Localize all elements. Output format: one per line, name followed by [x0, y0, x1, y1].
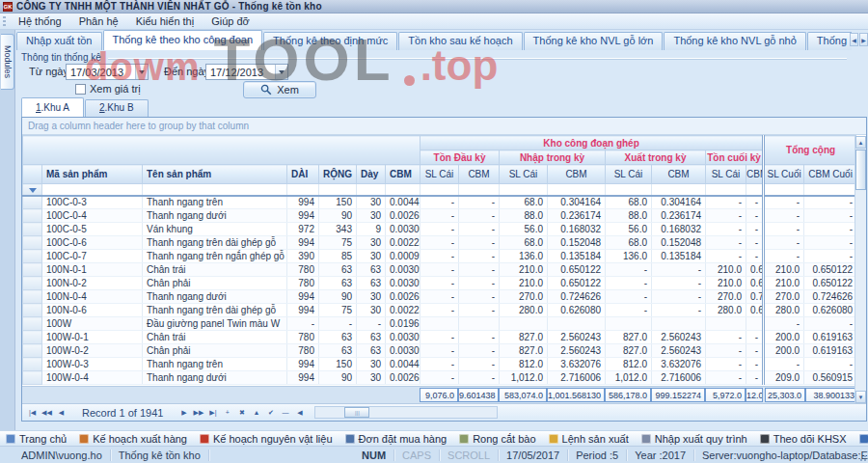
- col-day[interactable]: Dày: [357, 165, 386, 184]
- main-tab-4[interactable]: Thống kê kho NVL gỗ lớn: [524, 32, 664, 50]
- col-sl-cai[interactable]: SL Cái: [606, 165, 652, 184]
- nav-collapse-button[interactable]: ◀: [292, 406, 307, 419]
- col-dai[interactable]: DÀI: [287, 165, 319, 184]
- col-ten-san-pham[interactable]: Tên sản phẩm: [143, 165, 287, 184]
- menu-item-3[interactable]: Giúp đỡ: [203, 14, 258, 28]
- subtab-0[interactable]: 1.Khu A: [21, 97, 84, 117]
- nav-next-button[interactable]: ▶: [176, 406, 191, 419]
- main-tab-0[interactable]: Nhập xuất tồn: [16, 32, 102, 50]
- main-tab-1[interactable]: Thống kê theo kho công đoạn: [103, 30, 263, 50]
- group-by-hint[interactable]: Drag a column header here to group by th…: [22, 118, 866, 135]
- vertical-scrollbar-thumb[interactable]: [855, 150, 866, 190]
- band-ton-dau-ky[interactable]: Tồn Đầu kỳ: [420, 150, 500, 165]
- toolbar-item-8[interactable]: Dự kiến đặt hàng: [859, 433, 868, 445]
- band-kho-cong-doan-ghep[interactable]: Kho công đoạn ghép: [420, 136, 764, 150]
- col-cbm-sub[interactable]: CBM: [548, 165, 606, 184]
- col-sl-cai[interactable]: SL Cái: [500, 165, 548, 184]
- cell: 0.650: [746, 277, 764, 290]
- col-cbm[interactable]: CBM: [386, 165, 420, 184]
- col-cbm-cuoi[interactable]: CBM Cuối: [804, 165, 856, 184]
- col-cbm-sub[interactable]: CBM: [652, 165, 706, 184]
- table-row[interactable]: 100C-0-6Thanh ngang trên dài ghép gỗ9947…: [23, 236, 857, 250]
- table-row[interactable]: 100N-0-2Chân phải78063630.003096--210.00…: [23, 277, 857, 290]
- horizontal-scrollbar[interactable]: |||: [314, 406, 498, 419]
- nav-last-button[interactable]: ▶|: [205, 406, 220, 419]
- toolbar-item-label: Đơn đặt mua hàng: [359, 433, 448, 445]
- nav-prev-button[interactable]: ◀: [54, 406, 68, 419]
- table-row[interactable]: 100W-0-1Chân trái78063630.003096--827.02…: [23, 331, 857, 344]
- to-date-field[interactable]: 17/12/2013: [205, 64, 288, 80]
- table-row[interactable]: 100W-0-4Thanh ngang dưới99490300.002684-…: [23, 371, 857, 385]
- col-cbm-sub[interactable]: CBM: [746, 165, 764, 184]
- toolbar-item-2[interactable]: Kế hoạch nguyên vật liệu: [200, 433, 333, 445]
- from-date-field[interactable]: 17/03/2013: [66, 64, 149, 80]
- tab-scroll-right-icon[interactable]: ▶: [859, 33, 868, 46]
- cell: 200.0: [764, 331, 804, 344]
- resize-grip-icon[interactable]: [857, 452, 867, 462]
- menu-item-2[interactable]: Kiểu hiển thị: [127, 14, 203, 28]
- view-button[interactable]: Xem: [243, 81, 316, 98]
- scroll-up-icon[interactable]: ▲: [855, 136, 866, 149]
- nav-first-button[interactable]: |◀: [25, 406, 40, 419]
- cell: -: [804, 250, 856, 263]
- toolbar-item-5[interactable]: Lệnh sản xuất: [549, 433, 629, 445]
- main-tab-3[interactable]: Tồn kho sau kế hoạch: [398, 32, 522, 50]
- table-row[interactable]: 100N-0-6Thanh ngang trên dài ghép gỗ9947…: [23, 304, 857, 317]
- main-tab-2[interactable]: Thống kê theo định mức: [263, 32, 397, 50]
- table-row[interactable]: 100WĐầu giường panel Twin màu W---0.0196…: [23, 317, 857, 331]
- band-nhap-trong-ky[interactable]: Nhập trong kỳ: [500, 150, 606, 165]
- toolbar-item-label: Kế hoạch xuất hàng: [93, 433, 187, 445]
- col-sl-cuoi[interactable]: SL Cuối: [764, 165, 804, 184]
- nav-cancel-button[interactable]: —: [278, 406, 292, 419]
- toolbar-item-7[interactable]: Theo dõi KHSX: [760, 433, 847, 445]
- cell: 0.003096: [386, 344, 420, 358]
- table-row[interactable]: 100N-0-4Thanh ngang dưới99490300.002684-…: [23, 290, 857, 304]
- table-row[interactable]: 100N-0-1Chân trái78063630.003096--210.00…: [23, 263, 857, 277]
- subtab-1[interactable]: 2.Khu B: [85, 99, 149, 117]
- table-row[interactable]: 100W-0-2Chân phải78063630.003096--827.02…: [23, 344, 857, 358]
- tab-scroll-left-icon[interactable]: ◀: [850, 33, 858, 46]
- toolbar-item-0[interactable]: Trang chủ: [6, 433, 67, 445]
- nav-edit-button[interactable]: ▲: [249, 406, 263, 419]
- cell: 994: [287, 196, 319, 209]
- band-tong-cong[interactable]: Tổng cộng: [764, 136, 856, 165]
- cell: 209.0: [764, 371, 804, 385]
- cell: 2.560243: [652, 331, 706, 344]
- band-xuat-trong-ky[interactable]: Xuất trong kỳ: [606, 150, 706, 165]
- table-row[interactable]: 100W-0-3Thanh ngang trên994150300.004473…: [23, 358, 857, 371]
- col-ma-san-pham[interactable]: Mã sản phẩm: [42, 165, 143, 184]
- to-date-dropdown-icon[interactable]: [275, 65, 287, 79]
- nav-endedit-button[interactable]: ✔: [263, 406, 278, 419]
- cell: -: [764, 196, 804, 209]
- scroll-down-icon[interactable]: ▼: [855, 391, 866, 403]
- nav-next-page-button[interactable]: ▶▶: [191, 406, 205, 419]
- main-tab-5[interactable]: Thống kê kho NVL gỗ nhỏ: [664, 32, 805, 50]
- app-window: GK CÔNG TY TNHH MỘT THÀNH VIÊN NHẤT GỖ -…: [0, 0, 868, 463]
- table-row[interactable]: 100C-0-5Ván khung97234390.003001--56.00.…: [23, 223, 857, 236]
- table-row[interactable]: 100C-0-3Thanh ngang trên994150300.004473…: [23, 196, 857, 209]
- main-tab-6[interactable]: Thống kê nhập kho theo NCC: [807, 32, 852, 50]
- modules-dock-tab[interactable]: Modules: [1, 34, 14, 90]
- view-value-checkbox[interactable]: [75, 84, 86, 95]
- nav-prev-page-button[interactable]: ◀◀: [40, 406, 54, 419]
- toolbar-item-4[interactable]: Rong cắt bào: [459, 433, 535, 445]
- from-date-dropdown-icon[interactable]: [135, 65, 148, 79]
- col-sl-cai[interactable]: SL Cái: [420, 165, 459, 184]
- col-sl-cai[interactable]: SL Cái: [706, 165, 746, 184]
- auto-filter-row[interactable]: [23, 184, 857, 196]
- horizontal-scrollbar-thumb[interactable]: |||: [344, 407, 369, 418]
- band-ton-cuoi-ky[interactable]: Tồn cuối kỳ: [706, 150, 764, 165]
- toolbar-item-1[interactable]: Kế hoạch xuất hàng: [79, 433, 187, 445]
- menu-item-0[interactable]: Hệ thống: [10, 14, 70, 28]
- cell: 0.650122: [548, 277, 606, 290]
- nav-delete-button[interactable]: ✖: [234, 406, 249, 419]
- col-cbm-sub[interactable]: CBM: [459, 165, 500, 184]
- table-row[interactable]: 100C-0-4Thanh ngang dưới99490300.002684-…: [23, 209, 857, 223]
- vertical-scrollbar[interactable]: ▲ ▼: [854, 136, 866, 403]
- menu-item-1[interactable]: Phân hệ: [70, 14, 127, 28]
- nav-append-button[interactable]: +: [220, 406, 234, 419]
- table-row[interactable]: 100C-0-7Thanh ngang trên ngắn ghép gỗ390…: [23, 250, 857, 263]
- col-rong[interactable]: RỘNG: [319, 165, 357, 184]
- toolbar-item-6[interactable]: Nhập xuất quy trình: [641, 433, 747, 445]
- toolbar-item-3[interactable]: Đơn đặt mua hàng: [345, 433, 448, 445]
